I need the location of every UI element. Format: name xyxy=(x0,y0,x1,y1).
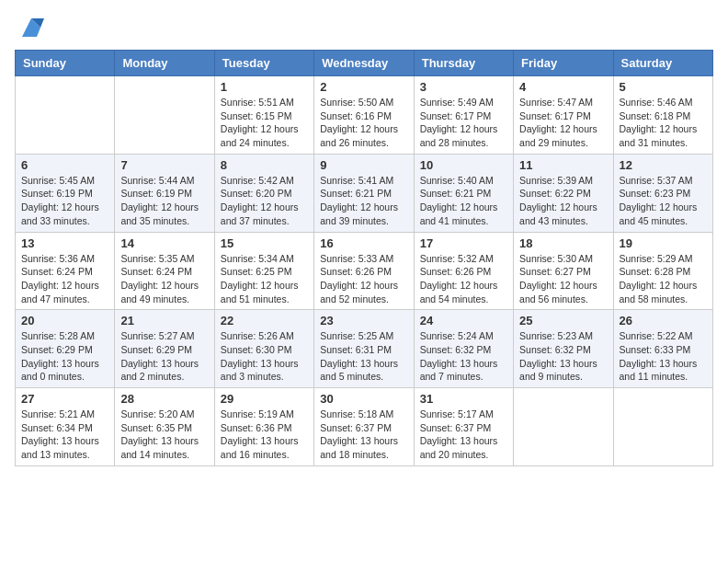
day-info: Sunrise: 5:29 AM Sunset: 6:28 PM Dayligh… xyxy=(620,252,707,306)
calendar-cell: 17Sunrise: 5:32 AM Sunset: 6:26 PM Dayli… xyxy=(414,232,513,310)
day-number: 3 xyxy=(420,80,507,94)
day-info: Sunrise: 5:23 AM Sunset: 6:32 PM Dayligh… xyxy=(519,329,607,384)
calendar-cell: 13Sunrise: 5:36 AM Sunset: 6:24 PM Dayli… xyxy=(16,232,115,310)
calendar-cell xyxy=(514,388,613,466)
day-info: Sunrise: 5:45 AM Sunset: 6:19 PM Dayligh… xyxy=(21,174,108,228)
calendar-header-tuesday: Tuesday xyxy=(214,51,313,76)
day-number: 1 xyxy=(221,80,308,94)
day-number: 29 xyxy=(221,392,308,406)
logo xyxy=(15,15,44,40)
day-number: 15 xyxy=(221,236,308,250)
day-info: Sunrise: 5:27 AM Sunset: 6:29 PM Dayligh… xyxy=(120,329,208,384)
day-info: Sunrise: 5:39 AM Sunset: 6:22 PM Dayligh… xyxy=(519,174,607,228)
day-info: Sunrise: 5:50 AM Sunset: 6:16 PM Dayligh… xyxy=(320,96,407,150)
calendar-cell: 7Sunrise: 5:44 AM Sunset: 6:19 PM Daylig… xyxy=(115,154,214,232)
day-info: Sunrise: 5:46 AM Sunset: 6:18 PM Dayligh… xyxy=(620,96,707,150)
day-info: Sunrise: 5:28 AM Sunset: 6:29 PM Dayligh… xyxy=(21,329,108,384)
calendar-week-1: 1Sunrise: 5:51 AM Sunset: 6:15 PM Daylig… xyxy=(16,76,713,155)
calendar-cell: 19Sunrise: 5:29 AM Sunset: 6:28 PM Dayli… xyxy=(613,232,712,310)
calendar-header-thursday: Thursday xyxy=(414,51,513,76)
day-info: Sunrise: 5:40 AM Sunset: 6:21 PM Dayligh… xyxy=(420,174,507,228)
day-number: 30 xyxy=(320,392,407,406)
calendar-week-4: 20Sunrise: 5:28 AM Sunset: 6:29 PM Dayli… xyxy=(16,310,713,388)
day-info: Sunrise: 5:37 AM Sunset: 6:23 PM Dayligh… xyxy=(620,174,707,228)
day-info: Sunrise: 5:25 AM Sunset: 6:31 PM Dayligh… xyxy=(320,329,407,384)
day-number: 31 xyxy=(420,392,507,406)
day-number: 9 xyxy=(320,158,407,172)
calendar-header-row: SundayMondayTuesdayWednesdayThursdayFrid… xyxy=(16,51,713,76)
calendar-cell: 20Sunrise: 5:28 AM Sunset: 6:29 PM Dayli… xyxy=(16,310,115,388)
calendar-cell: 4Sunrise: 5:47 AM Sunset: 6:17 PM Daylig… xyxy=(514,76,613,155)
day-info: Sunrise: 5:24 AM Sunset: 6:32 PM Dayligh… xyxy=(420,329,507,384)
day-info: Sunrise: 5:41 AM Sunset: 6:21 PM Dayligh… xyxy=(320,174,407,228)
calendar-cell: 29Sunrise: 5:19 AM Sunset: 6:36 PM Dayli… xyxy=(214,388,313,466)
calendar-table: SundayMondayTuesdayWednesdayThursdayFrid… xyxy=(15,50,713,466)
day-info: Sunrise: 5:51 AM Sunset: 6:15 PM Dayligh… xyxy=(221,96,308,150)
day-number: 16 xyxy=(320,236,407,250)
calendar-header-monday: Monday xyxy=(115,51,214,76)
day-number: 24 xyxy=(420,314,507,327)
calendar-cell: 12Sunrise: 5:37 AM Sunset: 6:23 PM Dayli… xyxy=(613,154,712,232)
calendar-week-3: 13Sunrise: 5:36 AM Sunset: 6:24 PM Dayli… xyxy=(16,232,713,310)
calendar-cell: 15Sunrise: 5:34 AM Sunset: 6:25 PM Dayli… xyxy=(214,232,313,310)
calendar-cell: 26Sunrise: 5:22 AM Sunset: 6:33 PM Dayli… xyxy=(613,310,712,388)
day-number: 22 xyxy=(221,314,308,327)
calendar-header-sunday: Sunday xyxy=(16,51,115,76)
day-number: 19 xyxy=(620,236,707,250)
day-number: 11 xyxy=(519,158,607,172)
calendar-header-wednesday: Wednesday xyxy=(314,51,414,76)
calendar-cell: 25Sunrise: 5:23 AM Sunset: 6:32 PM Dayli… xyxy=(514,310,613,388)
calendar-cell: 14Sunrise: 5:35 AM Sunset: 6:24 PM Dayli… xyxy=(115,232,214,310)
day-info: Sunrise: 5:36 AM Sunset: 6:24 PM Dayligh… xyxy=(21,252,108,306)
day-info: Sunrise: 5:30 AM Sunset: 6:27 PM Dayligh… xyxy=(519,252,607,306)
day-info: Sunrise: 5:26 AM Sunset: 6:30 PM Dayligh… xyxy=(221,329,308,384)
calendar-cell: 31Sunrise: 5:17 AM Sunset: 6:37 PM Dayli… xyxy=(414,388,513,466)
day-number: 8 xyxy=(221,158,308,172)
day-number: 10 xyxy=(420,158,507,172)
day-info: Sunrise: 5:44 AM Sunset: 6:19 PM Dayligh… xyxy=(120,174,208,228)
logo-icon xyxy=(18,15,44,40)
day-info: Sunrise: 5:21 AM Sunset: 6:34 PM Dayligh… xyxy=(21,408,108,462)
day-number: 4 xyxy=(519,80,607,94)
day-number: 26 xyxy=(620,314,707,327)
calendar-header-saturday: Saturday xyxy=(613,51,712,76)
day-number: 2 xyxy=(320,80,407,94)
day-info: Sunrise: 5:18 AM Sunset: 6:37 PM Dayligh… xyxy=(320,408,407,462)
calendar-cell: 18Sunrise: 5:30 AM Sunset: 6:27 PM Dayli… xyxy=(514,232,613,310)
day-number: 7 xyxy=(120,158,208,172)
day-info: Sunrise: 5:32 AM Sunset: 6:26 PM Dayligh… xyxy=(420,252,507,306)
calendar-cell: 8Sunrise: 5:42 AM Sunset: 6:20 PM Daylig… xyxy=(214,154,313,232)
day-info: Sunrise: 5:19 AM Sunset: 6:36 PM Dayligh… xyxy=(221,408,308,462)
day-number: 12 xyxy=(620,158,707,172)
day-number: 23 xyxy=(320,314,407,327)
day-number: 5 xyxy=(620,80,707,94)
day-info: Sunrise: 5:47 AM Sunset: 6:17 PM Dayligh… xyxy=(519,96,607,150)
day-number: 20 xyxy=(21,314,108,327)
calendar-cell xyxy=(115,76,214,155)
calendar-header-friday: Friday xyxy=(514,51,613,76)
calendar-cell: 16Sunrise: 5:33 AM Sunset: 6:26 PM Dayli… xyxy=(314,232,414,310)
calendar-cell: 28Sunrise: 5:20 AM Sunset: 6:35 PM Dayli… xyxy=(115,388,214,466)
day-info: Sunrise: 5:35 AM Sunset: 6:24 PM Dayligh… xyxy=(120,252,208,306)
calendar-cell: 5Sunrise: 5:46 AM Sunset: 6:18 PM Daylig… xyxy=(613,76,712,155)
calendar-cell: 27Sunrise: 5:21 AM Sunset: 6:34 PM Dayli… xyxy=(16,388,115,466)
day-info: Sunrise: 5:42 AM Sunset: 6:20 PM Dayligh… xyxy=(221,174,308,228)
day-number: 14 xyxy=(120,236,208,250)
calendar-cell: 10Sunrise: 5:40 AM Sunset: 6:21 PM Dayli… xyxy=(414,154,513,232)
day-info: Sunrise: 5:17 AM Sunset: 6:37 PM Dayligh… xyxy=(420,408,507,462)
calendar-cell: 2Sunrise: 5:50 AM Sunset: 6:16 PM Daylig… xyxy=(314,76,414,155)
calendar-cell: 23Sunrise: 5:25 AM Sunset: 6:31 PM Dayli… xyxy=(314,310,414,388)
calendar-cell: 24Sunrise: 5:24 AM Sunset: 6:32 PM Dayli… xyxy=(414,310,513,388)
day-info: Sunrise: 5:49 AM Sunset: 6:17 PM Dayligh… xyxy=(420,96,507,150)
day-number: 28 xyxy=(120,392,208,406)
day-number: 21 xyxy=(120,314,208,327)
day-number: 13 xyxy=(21,236,108,250)
calendar-week-2: 6Sunrise: 5:45 AM Sunset: 6:19 PM Daylig… xyxy=(16,154,713,232)
day-info: Sunrise: 5:33 AM Sunset: 6:26 PM Dayligh… xyxy=(320,252,407,306)
calendar-cell: 3Sunrise: 5:49 AM Sunset: 6:17 PM Daylig… xyxy=(414,76,513,155)
day-info: Sunrise: 5:22 AM Sunset: 6:33 PM Dayligh… xyxy=(620,329,707,384)
calendar-cell: 21Sunrise: 5:27 AM Sunset: 6:29 PM Dayli… xyxy=(115,310,214,388)
calendar-cell xyxy=(16,76,115,155)
calendar-cell: 9Sunrise: 5:41 AM Sunset: 6:21 PM Daylig… xyxy=(314,154,414,232)
calendar-cell: 22Sunrise: 5:26 AM Sunset: 6:30 PM Dayli… xyxy=(214,310,313,388)
